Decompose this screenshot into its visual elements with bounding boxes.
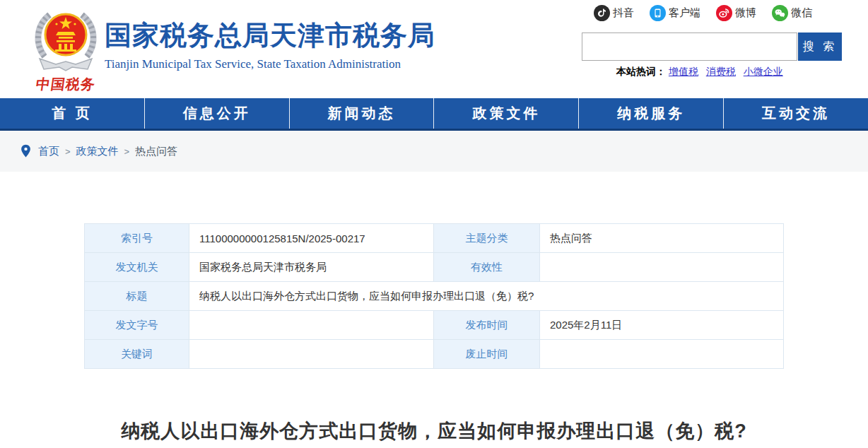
- social-links: 抖音 客户端 微博: [594, 5, 828, 21]
- logo-caption: 中国税务: [35, 75, 97, 94]
- social-client-label: 客户端: [669, 6, 700, 20]
- hotword-link-consumption-tax[interactable]: 消费税: [706, 66, 736, 77]
- social-weibo-label: 微博: [735, 6, 756, 20]
- repeal-date-value: [540, 340, 784, 369]
- social-wechat[interactable]: 微信: [772, 5, 812, 21]
- doc-number-value: [189, 311, 434, 340]
- issuing-agency-label: 发文机关: [85, 253, 189, 282]
- doc-number-label: 发文字号: [85, 311, 189, 340]
- topic-category-value: 热点问答: [540, 224, 784, 253]
- social-wechat-label: 微信: [791, 6, 812, 20]
- index-number-value: 11100000000125815N/2025-00217: [189, 224, 434, 253]
- breadcrumb-current-page: 热点问答: [135, 145, 177, 158]
- wechat-icon: [772, 5, 788, 21]
- nav-item-tax-services[interactable]: 纳税服务: [578, 98, 723, 129]
- search-input[interactable]: [582, 33, 797, 61]
- validity-value: [540, 253, 784, 282]
- location-pin-icon: [20, 144, 32, 158]
- repeal-date-label: 废止时间: [434, 340, 540, 369]
- site-subtitle-en: Tianjin Municipal Tax Service, State Tax…: [105, 57, 435, 71]
- breadcrumb-separator: >: [65, 146, 71, 157]
- brand-block: 国家税务总局天津市税务局 Tianjin Municipal Tax Servi…: [105, 21, 435, 71]
- breadcrumb-home[interactable]: 首页: [38, 145, 59, 158]
- site-header: 中国税务 国家税务总局天津市税务局 Tianjin Municipal Tax …: [0, 0, 868, 98]
- search-button[interactable]: 搜 索: [798, 33, 842, 61]
- document-meta-table: 索引号 11100000000125815N/2025-00217 主题分类 热…: [84, 223, 784, 369]
- breadcrumb: 首页 > 政策文件 > 热点问答: [0, 131, 868, 172]
- issuing-agency-value: 国家税务总局天津市税务局: [189, 253, 434, 282]
- nav-item-news[interactable]: 新闻动态: [289, 98, 434, 129]
- social-client-app[interactable]: 客户端: [650, 5, 700, 21]
- keywords-value: [189, 340, 434, 369]
- publish-date-label: 发布时间: [434, 311, 540, 340]
- search-bar: 搜 索: [582, 33, 842, 61]
- site-title: 国家税务总局天津市税务局: [105, 21, 435, 51]
- nav-item-policy-documents[interactable]: 政策文件: [433, 98, 578, 129]
- breadcrumb-separator: >: [124, 146, 130, 157]
- hotword-link-small-business[interactable]: 小微企业: [744, 66, 783, 77]
- hotwords-label: 本站热词：: [616, 66, 666, 77]
- social-douyin-label: 抖音: [613, 6, 634, 20]
- douyin-icon: [594, 5, 610, 21]
- topic-category-label: 主题分类: [434, 224, 540, 253]
- breadcrumb-policy-documents[interactable]: 政策文件: [76, 145, 119, 158]
- keywords-label: 关键词: [85, 340, 189, 369]
- social-douyin[interactable]: 抖音: [594, 5, 634, 21]
- social-weibo[interactable]: 微博: [716, 5, 756, 21]
- main-nav: 首 页 信息公开 新闻动态 政策文件 纳税服务 互动交流: [0, 98, 868, 131]
- table-row: 关键词 废止时间: [85, 340, 784, 369]
- doc-title-label: 标题: [85, 282, 189, 311]
- table-row: 索引号 11100000000125815N/2025-00217 主题分类 热…: [85, 224, 784, 253]
- nav-item-info-disclosure[interactable]: 信息公开: [144, 98, 289, 129]
- nav-item-interaction[interactable]: 互动交流: [723, 98, 868, 129]
- weibo-icon: [716, 5, 732, 21]
- hotwords-row: 本站热词： 增值税 消费税 小微企业: [616, 66, 788, 78]
- validity-label: 有效性: [434, 253, 540, 282]
- doc-title-value: 纳税人以出口海外仓方式出口货物，应当如何申报办理出口退（免）税?: [189, 282, 784, 311]
- page: 中国税务 国家税务总局天津市税务局 Tianjin Municipal Tax …: [0, 0, 868, 448]
- nav-item-home[interactable]: 首 页: [0, 98, 144, 129]
- table-row: 发文机关 国家税务总局天津市税务局 有效性: [85, 253, 784, 282]
- publish-date-value: 2025年2月11日: [540, 311, 784, 340]
- site-logo[interactable]: 中国税务: [28, 3, 103, 94]
- hotword-link-vat[interactable]: 增值税: [669, 66, 698, 77]
- index-number-label: 索引号: [85, 224, 189, 253]
- table-row: 发文字号 发布时间 2025年2月11日: [85, 311, 784, 340]
- client-app-icon: [650, 5, 666, 21]
- tax-emblem-icon: [30, 3, 101, 73]
- article-title: 纳税人以出口海外仓方式出口货物，应当如何申报办理出口退（免）税?: [0, 418, 868, 444]
- table-row: 标题 纳税人以出口海外仓方式出口货物，应当如何申报办理出口退（免）税?: [85, 282, 784, 311]
